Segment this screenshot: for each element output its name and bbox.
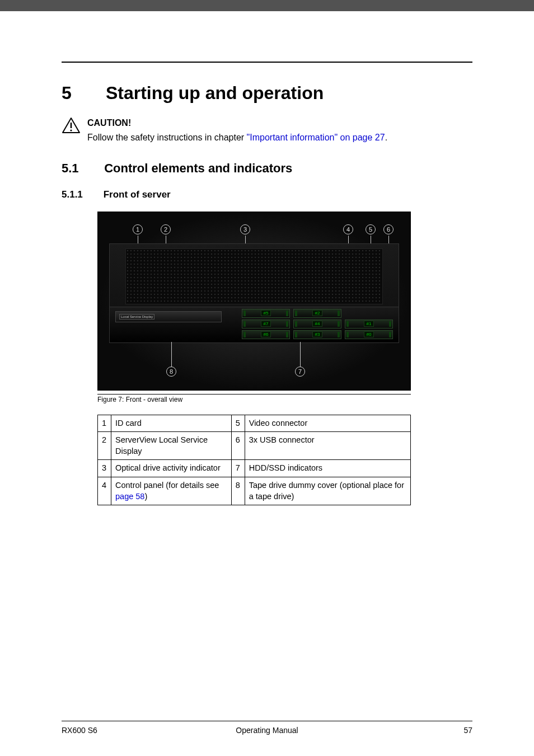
page-link[interactable]: page 58 xyxy=(115,492,144,501)
cell-num: 5 xyxy=(231,415,245,432)
figure-caption: Figure 7: Front - overall view xyxy=(97,394,411,403)
cell-num: 4 xyxy=(98,477,111,505)
table-row: 2 ServerView Local Service Display 6 3x … xyxy=(98,432,411,460)
callout-6: 6 xyxy=(383,224,394,234)
front-grille xyxy=(125,248,383,304)
drive-bay: #4 xyxy=(293,320,341,328)
drive-bay: #3 xyxy=(293,330,341,339)
document-page: 5 Starting up and operation CAUTION! Fol… xyxy=(0,11,534,756)
drive-bays: #5 #2 #7 #4 #1 #6 #3 #0 xyxy=(242,309,393,339)
section-heading: 5.1 Control elements and indicators xyxy=(62,161,472,176)
cell-desc: Control panel (for details see page 58) xyxy=(111,477,232,505)
chapter-heading: 5 Starting up and operation xyxy=(62,83,472,104)
callout-2: 2 xyxy=(161,224,171,234)
section-number: 5.1 xyxy=(62,161,101,176)
cell-num: 7 xyxy=(231,460,245,477)
callout-7: 7 xyxy=(295,367,305,377)
drive-bay: #5 xyxy=(242,309,290,318)
bottom-panel: Local Service Display #5 #2 #7 #4 #1 #6 … xyxy=(110,307,399,342)
cell-desc: ID card xyxy=(111,415,232,432)
ctrl-panel-label: Local Service Display xyxy=(119,314,154,320)
table-row: 3 Optical drive activity indicator 7 HDD… xyxy=(98,460,411,477)
chapter-number: 5 xyxy=(62,83,101,104)
footer-center: Operating Manual xyxy=(62,726,472,735)
cell-num: 3 xyxy=(98,460,111,477)
drive-bay: #0 xyxy=(345,330,393,339)
warning-icon xyxy=(62,117,81,136)
drive-bay: #6 xyxy=(242,330,290,339)
subsection-heading: 5.1.1 Front of server xyxy=(62,189,472,200)
section-title: Control elements and indicators xyxy=(104,161,292,175)
control-panel: Local Service Display xyxy=(115,311,222,322)
cell-num: 2 xyxy=(98,432,111,460)
cell-num: 6 xyxy=(231,432,245,460)
callout-row-top: 1 2 3 4 5 6 xyxy=(98,224,410,237)
cell-num: 1 xyxy=(98,415,111,432)
cell-desc: ServerView Local Service Display xyxy=(111,432,232,460)
drive-bay: #7 xyxy=(242,320,290,328)
callout-5: 5 xyxy=(366,224,376,234)
cell-desc: Tape drive dummy cover (optional place f… xyxy=(245,477,410,505)
callout-8: 8 xyxy=(166,367,176,377)
table-row: 1 ID card 5 Video connector xyxy=(98,415,411,432)
cell-num: 8 xyxy=(231,477,245,505)
callout-4: 4 xyxy=(343,224,353,234)
callout-3: 3 xyxy=(240,224,250,234)
figure-7: 1 2 3 4 5 6 Local Service Display #5 #2 xyxy=(97,212,411,391)
page-footer: RX600 S6 Operating Manual 57 xyxy=(62,721,472,735)
cell-desc: HDD/SSD indicators xyxy=(245,460,410,477)
subsection-number: 5.1.1 xyxy=(62,189,101,200)
cell-desc: 3x USB connector xyxy=(245,432,410,460)
caution-label: CAUTION! xyxy=(87,117,387,129)
server-chassis: Local Service Display #5 #2 #7 #4 #1 #6 … xyxy=(109,243,399,343)
cell-desc: Video connector xyxy=(245,415,410,432)
caution-prefix: Follow the safety instructions in chapte… xyxy=(87,133,247,142)
cell-desc: Optical drive activity indicator xyxy=(111,460,232,477)
table-row: 4 Control panel (for details see page 58… xyxy=(98,477,411,505)
drive-bay: #1 xyxy=(345,320,393,328)
callout-table: 1 ID card 5 Video connector 2 ServerView… xyxy=(97,415,411,505)
caution-block: CAUTION! Follow the safety instructions … xyxy=(62,117,472,144)
subsection-title: Front of server xyxy=(104,189,171,200)
caution-suffix: . xyxy=(385,133,387,142)
drive-bay: #2 xyxy=(293,309,341,318)
caution-text: CAUTION! Follow the safety instructions … xyxy=(87,117,387,144)
caution-link[interactable]: "Important information" on page 27 xyxy=(247,133,385,142)
callout-1: 1 xyxy=(133,224,143,234)
top-rule xyxy=(62,62,472,63)
svg-point-2 xyxy=(70,129,72,131)
chapter-title: Starting up and operation xyxy=(106,83,324,103)
callout-row-bottom: 8 7 xyxy=(98,367,410,379)
